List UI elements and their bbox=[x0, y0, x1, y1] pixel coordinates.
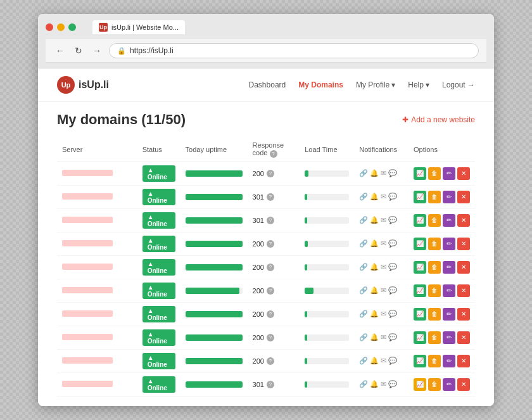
bell-notif-icon[interactable]: 🔔 bbox=[370, 239, 379, 248]
response-code-help-icon[interactable]: ? bbox=[267, 264, 274, 271]
maximize-button[interactable] bbox=[68, 23, 76, 31]
chart-button[interactable]: 📈 bbox=[414, 284, 426, 297]
chat-notif-icon[interactable]: 💬 bbox=[388, 333, 397, 341]
link-notif-icon[interactable]: 🔗 bbox=[359, 193, 368, 201]
email-notif-icon[interactable]: ✉ bbox=[381, 286, 386, 295]
email-notif-icon[interactable]: ✉ bbox=[381, 169, 386, 177]
link-notif-icon[interactable]: 🔗 bbox=[359, 357, 368, 365]
bell-notif-icon[interactable]: 🔔 bbox=[370, 333, 379, 341]
nav-dashboard[interactable]: Dashboard bbox=[249, 80, 286, 89]
email-notif-icon[interactable]: ✉ bbox=[381, 193, 386, 201]
address-bar[interactable]: 🔒 https://isUp.li bbox=[109, 43, 479, 58]
bell-notif-icon[interactable]: 🔔 bbox=[370, 286, 379, 295]
delete-button[interactable]: 🗑 bbox=[428, 331, 441, 344]
delete-button[interactable]: 🗑 bbox=[428, 238, 441, 250]
back-button[interactable]: ← bbox=[53, 44, 67, 57]
remove-button[interactable]: ✕ bbox=[457, 308, 470, 321]
edit-button[interactable]: ✏ bbox=[443, 261, 455, 274]
chart-button[interactable]: 📈 bbox=[414, 331, 426, 344]
edit-button[interactable]: ✏ bbox=[443, 308, 455, 321]
delete-button[interactable]: 🗑 bbox=[428, 191, 441, 203]
chat-notif-icon[interactable]: 💬 bbox=[388, 380, 397, 388]
delete-button[interactable]: 🗑 bbox=[428, 355, 441, 367]
reload-button[interactable]: ↻ bbox=[72, 44, 85, 57]
chart-button[interactable]: 📈 bbox=[414, 378, 426, 391]
chart-button[interactable]: 📈 bbox=[414, 214, 426, 227]
link-notif-icon[interactable]: 🔗 bbox=[359, 310, 368, 318]
chat-notif-icon[interactable]: 💬 bbox=[388, 286, 397, 295]
nav-my-domains[interactable]: My Domains bbox=[298, 80, 343, 89]
edit-button[interactable]: ✏ bbox=[443, 378, 455, 391]
remove-button[interactable]: ✕ bbox=[457, 167, 470, 180]
email-notif-icon[interactable]: ✉ bbox=[381, 380, 386, 388]
chat-notif-icon[interactable]: 💬 bbox=[388, 169, 397, 177]
bell-notif-icon[interactable]: 🔔 bbox=[370, 357, 379, 365]
chat-notif-icon[interactable]: 💬 bbox=[388, 357, 397, 365]
link-notif-icon[interactable]: 🔗 bbox=[359, 333, 368, 341]
bell-notif-icon[interactable]: 🔔 bbox=[370, 169, 379, 177]
chat-notif-icon[interactable]: 💬 bbox=[388, 216, 397, 224]
response-code-help-icon[interactable]: ? bbox=[267, 287, 274, 295]
email-notif-icon[interactable]: ✉ bbox=[381, 263, 386, 271]
link-notif-icon[interactable]: 🔗 bbox=[359, 239, 368, 248]
chart-button[interactable]: 📈 bbox=[414, 355, 426, 367]
chart-button[interactable]: 📈 bbox=[414, 238, 426, 250]
bell-notif-icon[interactable]: 🔔 bbox=[370, 263, 379, 271]
chat-notif-icon[interactable]: 💬 bbox=[388, 263, 397, 271]
email-notif-icon[interactable]: ✉ bbox=[381, 357, 386, 365]
email-notif-icon[interactable]: ✉ bbox=[381, 310, 386, 318]
remove-button[interactable]: ✕ bbox=[457, 378, 470, 391]
bell-notif-icon[interactable]: 🔔 bbox=[370, 380, 379, 388]
link-notif-icon[interactable]: 🔗 bbox=[359, 169, 368, 177]
nav-help[interactable]: Help ▾ bbox=[408, 80, 429, 89]
browser-tab[interactable]: Up isUp.li | Website Mo... bbox=[92, 20, 185, 34]
chart-button[interactable]: 📈 bbox=[414, 308, 426, 321]
edit-button[interactable]: ✏ bbox=[443, 284, 455, 297]
close-button[interactable] bbox=[46, 23, 53, 31]
add-website-button[interactable]: ✚ Add a new website bbox=[402, 115, 475, 124]
nav-logout[interactable]: Logout → bbox=[442, 80, 475, 89]
link-notif-icon[interactable]: 🔗 bbox=[359, 263, 368, 271]
email-notif-icon[interactable]: ✉ bbox=[381, 216, 386, 224]
forward-button[interactable]: → bbox=[90, 44, 104, 57]
edit-button[interactable]: ✏ bbox=[443, 167, 455, 180]
remove-button[interactable]: ✕ bbox=[457, 284, 470, 297]
remove-button[interactable]: ✕ bbox=[457, 261, 470, 274]
delete-button[interactable]: 🗑 bbox=[428, 167, 441, 180]
email-notif-icon[interactable]: ✉ bbox=[381, 239, 386, 248]
response-code-help-icon[interactable]: ? bbox=[267, 217, 274, 224]
response-code-help-icon[interactable]: ? bbox=[267, 310, 274, 318]
remove-button[interactable]: ✕ bbox=[457, 331, 470, 344]
bell-notif-icon[interactable]: 🔔 bbox=[370, 310, 379, 318]
delete-button[interactable]: 🗑 bbox=[428, 261, 441, 274]
response-code-help-icon[interactable]: ? bbox=[267, 240, 274, 248]
edit-button[interactable]: ✏ bbox=[443, 191, 455, 203]
chart-button[interactable]: 📈 bbox=[414, 261, 426, 274]
remove-button[interactable]: ✕ bbox=[457, 214, 470, 227]
chart-button[interactable]: 📈 bbox=[414, 191, 426, 203]
response-code-help-icon[interactable]: ? bbox=[267, 334, 274, 341]
minimize-button[interactable] bbox=[57, 23, 65, 31]
edit-button[interactable]: ✏ bbox=[443, 214, 455, 227]
edit-button[interactable]: ✏ bbox=[443, 355, 455, 367]
chat-notif-icon[interactable]: 💬 bbox=[388, 310, 397, 318]
nav-my-profile[interactable]: My Profile ▾ bbox=[356, 80, 395, 89]
edit-button[interactable]: ✏ bbox=[443, 238, 455, 250]
bell-notif-icon[interactable]: 🔔 bbox=[370, 193, 379, 201]
response-code-help-icon[interactable]: ? bbox=[267, 193, 274, 201]
link-notif-icon[interactable]: 🔗 bbox=[359, 216, 368, 224]
email-notif-icon[interactable]: ✉ bbox=[381, 333, 386, 341]
remove-button[interactable]: ✕ bbox=[457, 238, 470, 250]
response-code-help-icon[interactable]: ? bbox=[267, 357, 274, 365]
response-code-help-icon[interactable]: ? bbox=[267, 381, 274, 388]
edit-button[interactable]: ✏ bbox=[443, 331, 455, 344]
response-code-help-icon[interactable]: ? bbox=[267, 170, 274, 177]
delete-button[interactable]: 🗑 bbox=[428, 378, 441, 391]
bell-notif-icon[interactable]: 🔔 bbox=[370, 216, 379, 224]
remove-button[interactable]: ✕ bbox=[457, 191, 470, 203]
chat-notif-icon[interactable]: 💬 bbox=[388, 239, 397, 248]
delete-button[interactable]: 🗑 bbox=[428, 284, 441, 297]
response-help-icon[interactable]: ? bbox=[270, 150, 277, 158]
delete-button[interactable]: 🗑 bbox=[428, 308, 441, 321]
remove-button[interactable]: ✕ bbox=[457, 355, 470, 367]
